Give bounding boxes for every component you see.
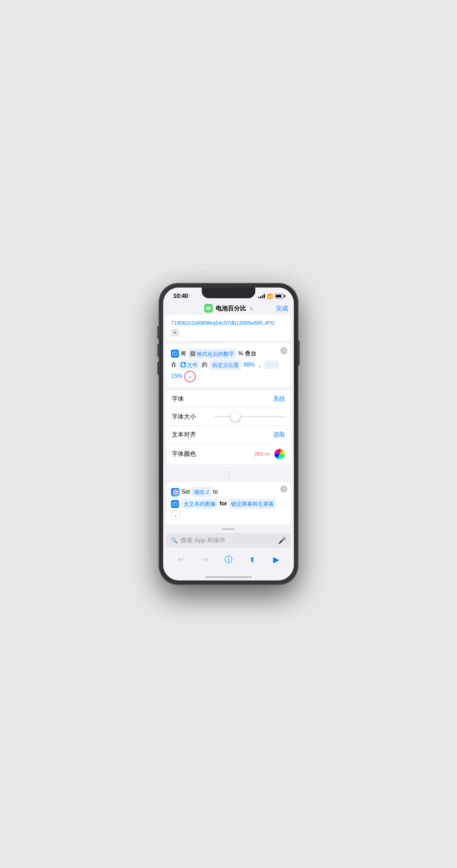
- hash-icon: #: [190, 351, 195, 356]
- font-color-row: 字体颜色 j301.cn: [166, 444, 291, 465]
- percent-label: %: [238, 349, 243, 359]
- scroll-indicator: [166, 528, 291, 531]
- position-token[interactable]: 自定义位置: [209, 360, 242, 370]
- set-label: Set: [181, 487, 190, 497]
- overlay-line-1: 将 # 格式化后的数字 % 叠放: [171, 349, 286, 359]
- font-row: 字体 系统: [166, 390, 291, 408]
- svg-rect-2: [208, 308, 210, 309]
- on-text: 在: [171, 360, 177, 370]
- of-text: 的: [202, 360, 207, 370]
- text-align-label: 文本对齐: [172, 430, 196, 439]
- main-content: 718082c2af089fea54c57db12085e695.JPG + ×…: [163, 315, 294, 531]
- notch: [202, 288, 255, 298]
- undo-icon: ↩: [177, 555, 184, 564]
- wallpaper-label: 墙纸 2: [194, 487, 209, 497]
- overlay-text: 叠放: [245, 349, 256, 359]
- section-divider: [166, 469, 291, 479]
- text-align-row: 文本对齐 选取: [166, 426, 291, 444]
- overlay-prefix: 将: [181, 349, 186, 359]
- status-time: 10:40: [173, 293, 188, 300]
- search-bar[interactable]: 🔍 搜索 App 和操作 🎤: [166, 533, 291, 548]
- target-token[interactable]: 锁定屏幕和主屏幕: [229, 499, 276, 509]
- info-icon: ⓘ: [225, 554, 232, 565]
- pct1-label: 88%: [243, 360, 255, 370]
- svg-rect-6: [173, 502, 177, 506]
- phone-screen: 10:40 📶: [163, 288, 294, 580]
- font-label: 字体: [172, 395, 184, 403]
- format-number-label: 格式化后的数字: [197, 349, 234, 359]
- color-wheel[interactable]: [274, 448, 285, 460]
- wallpaper-app-icon: 🌸: [171, 488, 180, 497]
- share-icon: ⬆: [249, 555, 255, 564]
- font-size-label: 字体大小: [172, 413, 196, 421]
- format-number-token[interactable]: # 格式化后的数字: [188, 349, 236, 359]
- overlay-app-icon: [171, 350, 179, 358]
- font-color-label: 字体颜色: [172, 450, 196, 458]
- svg-rect-3: [173, 352, 177, 355]
- nav-title-text: 电池百分比: [216, 304, 246, 313]
- redo-button[interactable]: ↪: [197, 552, 212, 568]
- overlay-action-card: × 将 # 格式化后的数字 % 叠放: [166, 344, 291, 387]
- play-icon: ▶: [273, 555, 279, 564]
- expand-button[interactable]: ⌄: [184, 371, 196, 382]
- wifi-icon: 📶: [267, 294, 273, 299]
- file-icon: [181, 362, 186, 367]
- font-size-slider[interactable]: [214, 416, 285, 417]
- file-token[interactable]: 文件: [179, 360, 200, 370]
- text-image-icon: [171, 500, 179, 508]
- action-close-button[interactable]: ×: [280, 485, 287, 493]
- info-button[interactable]: ⓘ: [221, 552, 236, 568]
- settings-card: 字体 系统 字体大小 文本对齐 选取: [166, 390, 291, 467]
- play-button[interactable]: ▶: [268, 552, 284, 568]
- redo-icon: ↪: [201, 555, 208, 564]
- font-value[interactable]: 系统: [273, 395, 285, 403]
- for-label: for: [220, 499, 227, 509]
- watermark-text: j301.cn: [255, 451, 270, 457]
- app-icon: [204, 304, 213, 313]
- font-color-right: j301.cn: [255, 448, 285, 460]
- share-button[interactable]: ⬆: [245, 552, 260, 568]
- status-icons: 📶: [258, 294, 284, 299]
- target-label: 锁定屏幕和主屏幕: [231, 499, 274, 509]
- action-line-2: 含文本的图像 for 锁定屏幕和主屏幕: [171, 499, 286, 509]
- mic-icon[interactable]: 🎤: [278, 537, 286, 544]
- close-icon: ×: [282, 348, 285, 353]
- file-hash-text: 718082c2af089fea54c57db12085e695.JPG: [171, 319, 286, 327]
- wallpaper-token[interactable]: 墙纸 2: [192, 487, 211, 497]
- position-label: 自定义位置: [212, 360, 239, 370]
- rotation-row: 旋转 0: [166, 465, 291, 467]
- image-text-label: 含文本的图像: [184, 499, 216, 509]
- search-input[interactable]: 搜索 App 和操作: [181, 536, 275, 544]
- home-indicator: [163, 573, 294, 580]
- to-label: to: [213, 487, 218, 497]
- pct2-label: 15%: [171, 371, 182, 381]
- comma-label: ，: [257, 360, 262, 370]
- action-line-3: ⌄: [171, 510, 286, 520]
- blank-input[interactable]: [264, 360, 278, 369]
- nav-done-button[interactable]: 完成: [276, 304, 288, 313]
- nav-chevron-icon[interactable]: ∨: [250, 305, 253, 311]
- phone-frame: 10:40 📶: [159, 283, 298, 585]
- add-button[interactable]: +: [171, 329, 179, 336]
- bottom-toolbar: ↩ ↪ ⓘ ⬆ ▶: [163, 549, 294, 573]
- action-expand-button[interactable]: ⌄: [171, 510, 180, 520]
- file-label: 文件: [187, 360, 198, 370]
- search-bar-container: 🔍 搜索 App 和操作 🎤: [163, 531, 294, 549]
- nav-bar: 电池百分比 ∨ 完成: [163, 301, 294, 315]
- action-line-1: 🌸 Set 墙纸 2 to: [171, 487, 286, 497]
- battery-icon: [275, 294, 284, 298]
- font-size-row: 字体大小: [166, 408, 291, 426]
- overlay-line-2: 在 文件 的 自定义位置 88% ，: [171, 360, 286, 370]
- search-icon: 🔍: [171, 537, 178, 544]
- nav-title: 电池百分比 ∨: [204, 304, 253, 313]
- overlay-close-button[interactable]: ×: [280, 347, 287, 354]
- undo-button[interactable]: ↩: [173, 552, 189, 568]
- home-bar: [205, 576, 252, 578]
- set-wallpaper-card: × 🌸 Set 墙纸 2 to: [166, 482, 291, 525]
- signal-icon: [258, 294, 265, 298]
- close-icon: ×: [282, 487, 285, 492]
- file-hash-row: +: [171, 329, 286, 336]
- image-with-text-token[interactable]: 含文本的图像: [181, 499, 218, 509]
- overlay-line-3: 15% ⌄: [171, 371, 286, 382]
- text-align-value[interactable]: 选取: [273, 430, 285, 439]
